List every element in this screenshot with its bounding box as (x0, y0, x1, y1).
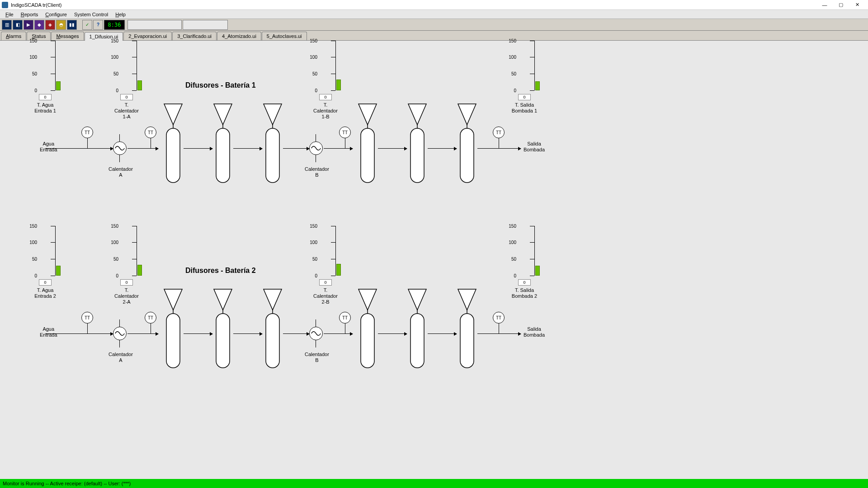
gauge-g1_2-value[interactable]: 0 (120, 94, 133, 100)
gauge-g2_1-value[interactable]: 0 (39, 279, 52, 286)
flow-line (477, 148, 521, 149)
section-title-section2: Difusores - Batería 2 (185, 267, 256, 275)
label-agua-entrada: AguaEntrada (40, 326, 57, 338)
gauge-g2_3-value[interactable]: 0 (319, 279, 332, 286)
gauge-g1_3-value[interactable]: 0 (319, 94, 332, 100)
flow-line (45, 148, 113, 149)
svg-marker-0 (164, 104, 182, 125)
svg-rect-28 (361, 314, 374, 368)
flow-line (184, 333, 212, 334)
menu-configure[interactable]: Configure (42, 11, 70, 18)
diffuser-vessel (212, 288, 233, 374)
toolbar-field-1[interactable] (127, 20, 182, 30)
diffuser-vessel (163, 288, 184, 374)
label-calentador-a: CalentadorA (108, 352, 133, 363)
menu-help[interactable]: Help (113, 11, 128, 18)
tool-btn-3[interactable]: ▶ (24, 20, 33, 30)
menubar: File Reports Configure System Control He… (0, 10, 868, 19)
heater-icon (113, 327, 127, 340)
diffuser-vessel (357, 288, 378, 374)
label-agua-entrada: AguaEntrada (40, 141, 57, 153)
gauge-g1_4-value[interactable]: 0 (518, 94, 531, 100)
tool-btn-help[interactable]: ? (93, 20, 103, 30)
flow-line (378, 333, 407, 334)
gauge-g2_4-value[interactable]: 0 (518, 279, 531, 286)
close-button[interactable]: ✕ (852, 1, 863, 9)
svg-marker-12 (408, 104, 426, 125)
tool-btn-7[interactable]: ▮▮ (67, 20, 77, 30)
diffuser-vessel (262, 103, 283, 189)
svg-marker-18 (164, 289, 182, 310)
svg-rect-34 (460, 314, 474, 368)
tt-indicator: TT (81, 127, 93, 138)
gauge-g2_4: 150 100 50 0 0 T. SalidaBombada 2 (511, 226, 538, 299)
svg-marker-15 (458, 104, 476, 125)
statusbar: Monitor is Running -- Active receipe: (d… (0, 479, 868, 488)
maximize-button[interactable]: ▢ (835, 1, 846, 9)
svg-marker-9 (359, 104, 377, 125)
tab-evaporacion[interactable]: 2_Evaporacion.ui (123, 32, 172, 40)
window-controls: — ▢ ✕ (819, 1, 866, 9)
tool-btn-4[interactable]: ◆ (34, 20, 44, 30)
tool-btn-2[interactable]: ◧ (13, 20, 23, 30)
tool-btn-1[interactable]: ▥ (2, 20, 12, 30)
titlebar: IndigoSCADA tr(Client) — ▢ ✕ (0, 0, 868, 10)
toolbar-clock: 8:36 (104, 20, 125, 30)
tool-btn-5[interactable]: ◈ (45, 20, 55, 30)
flow-line (283, 148, 309, 149)
tt-indicator: TT (493, 127, 505, 138)
process-canvas: 150 100 50 0 0 T. AguaEntrada 1 150 100 … (0, 41, 868, 479)
gauge-g1_3: 150 100 50 0 0 T. Calentador1-B (312, 41, 339, 120)
gauge-g2_3: 150 100 50 0 0 T. Calentador2-B (312, 226, 339, 305)
label-calentador-a: CalentadorA (108, 166, 133, 178)
tab-messages[interactable]: Messages (51, 32, 84, 40)
menu-system-control[interactable]: System Control (71, 11, 111, 18)
gauge-g2_2-value[interactable]: 0 (120, 279, 133, 286)
tab-alarms[interactable]: Alarms (1, 32, 26, 40)
status-text: Monitor is Running -- Active receipe: (d… (3, 481, 131, 486)
tabbar: Alarms Status Messages 1_Difusion.ui 2_E… (0, 31, 868, 41)
svg-rect-1 (166, 128, 180, 183)
diffuser-vessel (457, 103, 477, 189)
tab-autoclaves[interactable]: 5_Autoclaves.ui (262, 32, 307, 40)
flow-line (127, 333, 158, 334)
svg-marker-27 (359, 289, 377, 310)
diffuser-vessel (262, 288, 283, 374)
label-calentador-b: CalentadorB (305, 166, 329, 178)
gauge-g2_1: 150 100 50 0 0 T. AguaEntrada 2 (32, 226, 59, 299)
svg-marker-30 (408, 289, 426, 310)
svg-marker-33 (458, 289, 476, 310)
heater-icon (309, 141, 323, 155)
menu-reports[interactable]: Reports (18, 11, 41, 18)
svg-rect-10 (361, 128, 374, 183)
tt-indicator: TT (81, 312, 93, 324)
diffuser-vessel (407, 103, 428, 189)
diffuser-vessel (457, 288, 477, 374)
tool-btn-check[interactable]: ✓ (82, 20, 92, 30)
tab-clarificado[interactable]: 3_Clarificado.ui (172, 32, 217, 40)
heater-icon (309, 327, 323, 340)
minimize-button[interactable]: — (819, 1, 830, 9)
tool-btn-6[interactable]: ◓ (56, 20, 66, 30)
tt-indicator: TT (493, 312, 505, 324)
flow-line (324, 148, 353, 149)
flow-line (428, 333, 457, 334)
flow-line (477, 333, 521, 334)
toolbar-field-2[interactable] (183, 20, 228, 30)
window-title: IndigoSCADA tr(Client) (11, 2, 62, 8)
flow-line (127, 148, 158, 149)
svg-rect-25 (266, 314, 279, 368)
gauge-g1_2: 150 100 50 0 0 T. Calentador1-A (113, 41, 140, 120)
diffuser-vessel (212, 103, 233, 189)
svg-rect-22 (216, 314, 230, 368)
menu-file[interactable]: File (3, 11, 16, 18)
svg-marker-24 (264, 289, 282, 310)
tab-atomizado[interactable]: 4_Atomizado.ui (217, 32, 261, 40)
flow-line (428, 148, 457, 149)
label-salida-bombada: SalidaBombada (524, 141, 545, 153)
gauge-g1_1-value[interactable]: 0 (39, 94, 52, 100)
svg-marker-21 (214, 289, 232, 310)
flow-line (233, 148, 262, 149)
svg-marker-6 (264, 104, 282, 125)
flow-line (283, 333, 309, 334)
